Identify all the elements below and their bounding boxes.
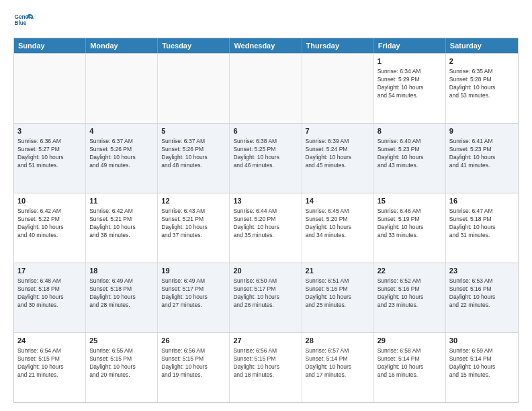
calendar-cell-day-3: 3Sunrise: 6:36 AM Sunset: 5:27 PM Daylig…	[14, 124, 86, 193]
cell-info: Sunrise: 6:56 AM Sunset: 5:15 PM Dayligh…	[161, 347, 226, 379]
calendar-cell-day-6: 6Sunrise: 6:38 AM Sunset: 5:25 PM Daylig…	[230, 124, 302, 193]
day-number: 8	[378, 126, 442, 136]
cell-info: Sunrise: 6:34 AM Sunset: 5:29 PM Dayligh…	[378, 68, 442, 100]
calendar-cell-day-30: 30Sunrise: 6:59 AM Sunset: 5:14 PM Dayli…	[446, 333, 518, 402]
day-number: 13	[233, 196, 298, 206]
cell-info: Sunrise: 6:49 AM Sunset: 5:18 PM Dayligh…	[89, 277, 154, 310]
calendar-cell-day-9: 9Sunrise: 6:41 AM Sunset: 5:23 PM Daylig…	[446, 124, 518, 193]
calendar-week-3: 10Sunrise: 6:42 AM Sunset: 5:22 PM Dayli…	[14, 193, 518, 263]
day-number: 7	[306, 126, 370, 136]
cell-info: Sunrise: 6:55 AM Sunset: 5:15 PM Dayligh…	[89, 347, 154, 379]
day-number: 16	[449, 196, 515, 206]
calendar: SundayMondayTuesdayWednesdayThursdayFrid…	[13, 38, 519, 403]
calendar-header-row: SundayMondayTuesdayWednesdayThursdayFrid…	[14, 38, 518, 53]
calendar-header-thursday: Thursday	[302, 38, 374, 53]
day-number: 6	[233, 126, 298, 136]
calendar-week-2: 3Sunrise: 6:36 AM Sunset: 5:27 PM Daylig…	[14, 123, 518, 193]
calendar-cell-empty	[86, 54, 158, 123]
cell-info: Sunrise: 6:44 AM Sunset: 5:20 PM Dayligh…	[233, 208, 298, 240]
day-number: 18	[89, 266, 154, 276]
day-number: 30	[449, 336, 515, 346]
day-number: 3	[17, 126, 82, 136]
cell-info: Sunrise: 6:39 AM Sunset: 5:24 PM Dayligh…	[306, 138, 370, 170]
calendar-cell-empty	[302, 54, 374, 123]
calendar-cell-day-2: 2Sunrise: 6:35 AM Sunset: 5:28 PM Daylig…	[446, 54, 518, 123]
cell-info: Sunrise: 6:49 AM Sunset: 5:17 PM Dayligh…	[161, 277, 226, 310]
calendar-cell-day-28: 28Sunrise: 6:57 AM Sunset: 5:14 PM Dayli…	[302, 333, 374, 402]
cell-info: Sunrise: 6:58 AM Sunset: 5:14 PM Dayligh…	[378, 347, 442, 379]
day-number: 19	[161, 266, 226, 276]
day-number: 20	[233, 266, 298, 276]
calendar-cell-day-17: 17Sunrise: 6:48 AM Sunset: 5:18 PM Dayli…	[14, 263, 86, 332]
day-number: 17	[17, 266, 82, 276]
calendar-cell-day-22: 22Sunrise: 6:52 AM Sunset: 5:16 PM Dayli…	[374, 263, 446, 332]
calendar-cell-day-21: 21Sunrise: 6:51 AM Sunset: 5:16 PM Dayli…	[302, 263, 374, 332]
logo-icon: General Blue	[13, 11, 34, 31]
calendar-cell-day-26: 26Sunrise: 6:56 AM Sunset: 5:15 PM Dayli…	[158, 333, 230, 402]
day-number: 10	[17, 196, 82, 206]
day-number: 29	[378, 336, 442, 346]
calendar-cell-day-27: 27Sunrise: 6:56 AM Sunset: 5:15 PM Dayli…	[230, 333, 302, 402]
calendar-cell-day-20: 20Sunrise: 6:50 AM Sunset: 5:17 PM Dayli…	[230, 263, 302, 332]
calendar-cell-day-18: 18Sunrise: 6:49 AM Sunset: 5:18 PM Dayli…	[86, 263, 158, 332]
calendar-header-monday: Monday	[86, 38, 158, 53]
cell-info: Sunrise: 6:40 AM Sunset: 5:23 PM Dayligh…	[378, 138, 442, 170]
day-number: 12	[161, 196, 226, 206]
calendar-cell-day-7: 7Sunrise: 6:39 AM Sunset: 5:24 PM Daylig…	[302, 124, 374, 193]
calendar-cell-day-29: 29Sunrise: 6:58 AM Sunset: 5:14 PM Dayli…	[374, 333, 446, 402]
calendar-header-wednesday: Wednesday	[230, 38, 302, 53]
day-number: 14	[306, 196, 370, 206]
day-number: 23	[449, 266, 515, 276]
calendar-header-friday: Friday	[374, 38, 446, 53]
calendar-header-sunday: Sunday	[14, 38, 86, 53]
day-number: 11	[89, 196, 154, 206]
cell-info: Sunrise: 6:41 AM Sunset: 5:23 PM Dayligh…	[449, 138, 515, 170]
cell-info: Sunrise: 6:57 AM Sunset: 5:14 PM Dayligh…	[306, 347, 370, 379]
calendar-cell-day-13: 13Sunrise: 6:44 AM Sunset: 5:20 PM Dayli…	[230, 193, 302, 263]
cell-info: Sunrise: 6:51 AM Sunset: 5:16 PM Dayligh…	[306, 277, 370, 310]
day-number: 9	[449, 126, 515, 136]
calendar-cell-day-16: 16Sunrise: 6:47 AM Sunset: 5:18 PM Dayli…	[446, 193, 518, 263]
calendar-body: 1Sunrise: 6:34 AM Sunset: 5:29 PM Daylig…	[14, 53, 518, 402]
day-number: 27	[233, 336, 298, 346]
calendar-cell-day-5: 5Sunrise: 6:37 AM Sunset: 5:26 PM Daylig…	[158, 124, 230, 193]
calendar-cell-day-4: 4Sunrise: 6:37 AM Sunset: 5:26 PM Daylig…	[86, 124, 158, 193]
day-number: 25	[89, 336, 154, 346]
day-number: 26	[161, 336, 226, 346]
cell-info: Sunrise: 6:38 AM Sunset: 5:25 PM Dayligh…	[233, 138, 298, 170]
day-number: 24	[17, 336, 82, 346]
calendar-header-tuesday: Tuesday	[158, 38, 230, 53]
cell-info: Sunrise: 6:43 AM Sunset: 5:21 PM Dayligh…	[161, 208, 226, 240]
cell-info: Sunrise: 6:46 AM Sunset: 5:19 PM Dayligh…	[378, 208, 442, 240]
cell-info: Sunrise: 6:42 AM Sunset: 5:22 PM Dayligh…	[17, 208, 82, 240]
day-number: 28	[306, 336, 370, 346]
day-number: 1	[378, 56, 442, 66]
day-number: 2	[449, 56, 515, 66]
calendar-cell-day-14: 14Sunrise: 6:45 AM Sunset: 5:20 PM Dayli…	[302, 193, 374, 263]
cell-info: Sunrise: 6:35 AM Sunset: 5:28 PM Dayligh…	[449, 68, 515, 100]
cell-info: Sunrise: 6:53 AM Sunset: 5:16 PM Dayligh…	[449, 277, 515, 310]
calendar-cell-day-25: 25Sunrise: 6:55 AM Sunset: 5:15 PM Dayli…	[86, 333, 158, 402]
calendar-cell-day-10: 10Sunrise: 6:42 AM Sunset: 5:22 PM Dayli…	[14, 193, 86, 263]
cell-info: Sunrise: 6:52 AM Sunset: 5:16 PM Dayligh…	[378, 277, 442, 310]
day-number: 4	[89, 126, 154, 136]
cell-info: Sunrise: 6:48 AM Sunset: 5:18 PM Dayligh…	[17, 277, 82, 310]
calendar-header-saturday: Saturday	[446, 38, 518, 53]
calendar-cell-empty	[14, 54, 86, 123]
cell-info: Sunrise: 6:47 AM Sunset: 5:18 PM Dayligh…	[449, 208, 515, 240]
calendar-week-1: 1Sunrise: 6:34 AM Sunset: 5:29 PM Daylig…	[14, 53, 518, 123]
calendar-cell-day-24: 24Sunrise: 6:54 AM Sunset: 5:15 PM Dayli…	[14, 333, 86, 402]
header: General Blue	[13, 11, 519, 31]
calendar-cell-day-12: 12Sunrise: 6:43 AM Sunset: 5:21 PM Dayli…	[158, 193, 230, 263]
cell-info: Sunrise: 6:37 AM Sunset: 5:26 PM Dayligh…	[89, 138, 154, 170]
cell-info: Sunrise: 6:59 AM Sunset: 5:14 PM Dayligh…	[449, 347, 515, 379]
calendar-cell-empty	[230, 54, 302, 123]
calendar-cell-day-11: 11Sunrise: 6:42 AM Sunset: 5:21 PM Dayli…	[86, 193, 158, 263]
calendar-cell-day-19: 19Sunrise: 6:49 AM Sunset: 5:17 PM Dayli…	[158, 263, 230, 332]
cell-info: Sunrise: 6:42 AM Sunset: 5:21 PM Dayligh…	[89, 208, 154, 240]
page: General Blue SundayMondayTuesdayWednesda…	[0, 0, 532, 411]
calendar-cell-day-15: 15Sunrise: 6:46 AM Sunset: 5:19 PM Dayli…	[374, 193, 446, 263]
cell-info: Sunrise: 6:54 AM Sunset: 5:15 PM Dayligh…	[17, 347, 82, 379]
logo-area: General Blue	[13, 11, 34, 31]
calendar-cell-day-23: 23Sunrise: 6:53 AM Sunset: 5:16 PM Dayli…	[446, 263, 518, 332]
